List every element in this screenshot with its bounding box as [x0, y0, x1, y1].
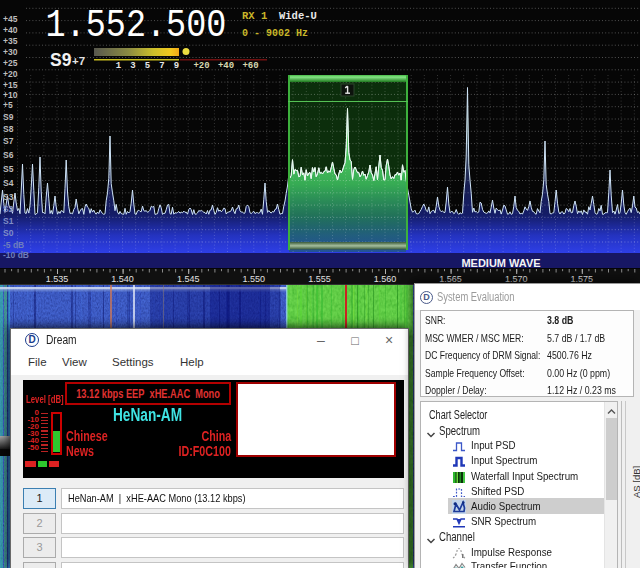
svg-text:+5: +5 — [3, 100, 13, 110]
svg-text:S6: S6 — [3, 150, 14, 160]
svg-text:1.570: 1.570 — [505, 274, 528, 284]
svg-text:+20: +20 — [3, 69, 18, 79]
svg-text:0 - 9002 Hz: 0 - 9002 Hz — [242, 28, 308, 39]
svg-text:1.560: 1.560 — [374, 274, 397, 284]
svg-text:1.552.500: 1.552.500 — [46, 4, 227, 48]
svg-text:1.545: 1.545 — [177, 274, 200, 284]
svg-text:S8: S8 — [3, 124, 14, 134]
svg-text:S9: S9 — [3, 112, 14, 122]
svg-text:+7: +7 — [72, 55, 85, 67]
svg-text:S4: S4 — [3, 178, 14, 188]
svg-text:S1: S1 — [3, 216, 14, 226]
svg-text:9: 9 — [174, 61, 179, 71]
svg-text:-10 dB: -10 dB — [3, 250, 29, 260]
svg-text:1.565: 1.565 — [439, 274, 462, 284]
svg-text:1.550: 1.550 — [243, 274, 266, 284]
svg-text:Wide-U: Wide-U — [279, 10, 317, 22]
svg-text:+35: +35 — [3, 36, 18, 46]
svg-text:S0: S0 — [3, 228, 14, 238]
svg-text:S3: S3 — [3, 192, 14, 202]
svg-text:1: 1 — [116, 61, 122, 71]
svg-text:1.555: 1.555 — [308, 274, 331, 284]
svg-text:1.540: 1.540 — [111, 274, 134, 284]
svg-text:RX 1: RX 1 — [242, 10, 267, 22]
svg-text:+45: +45 — [3, 14, 18, 24]
svg-text:+60: +60 — [242, 61, 258, 71]
svg-text:S9: S9 — [50, 50, 72, 70]
svg-text:+20: +20 — [193, 61, 209, 71]
svg-text:1.535: 1.535 — [46, 274, 69, 284]
svg-text:+40: +40 — [218, 61, 234, 71]
svg-text:S7: S7 — [3, 136, 14, 146]
svg-text:+40: +40 — [3, 25, 18, 35]
svg-text:+15: +15 — [3, 80, 18, 90]
svg-text:+25: +25 — [3, 58, 18, 68]
svg-text:5: 5 — [145, 61, 150, 71]
svg-text:3: 3 — [130, 61, 135, 71]
svg-text:-5 dB: -5 dB — [3, 240, 24, 250]
svg-text:MEDIUM WAVE: MEDIUM WAVE — [461, 257, 540, 269]
svg-text:S2: S2 — [3, 204, 14, 214]
svg-text:+30: +30 — [3, 47, 18, 57]
svg-text:1.575: 1.575 — [571, 274, 594, 284]
svg-text:7: 7 — [159, 61, 164, 71]
svg-text:+10: +10 — [3, 90, 18, 100]
svg-text:S5: S5 — [3, 164, 14, 174]
